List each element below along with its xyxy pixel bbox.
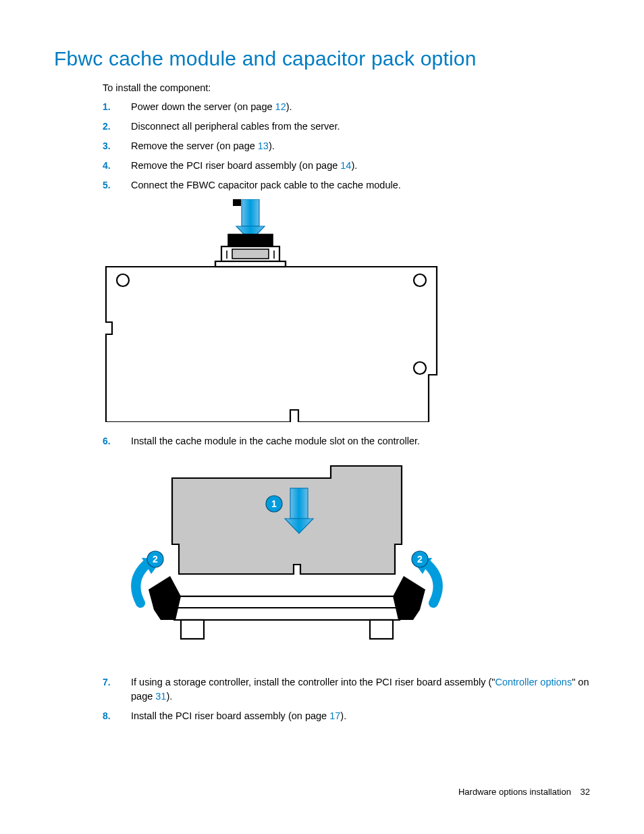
svg-rect-3 [228,234,273,246]
step-text: Remove the PCI riser board assembly (on … [131,160,340,171]
step-2: 2. Disconnect all peripheral cables from… [103,120,590,134]
step-8: 8. Install the PCI riser board assembly … [103,709,590,723]
page-link[interactable]: 12 [275,101,286,112]
step-number: 5. [103,178,111,192]
svg-point-9 [117,274,129,286]
svg-rect-21 [370,620,393,639]
svg-point-11 [414,362,426,374]
step-1: 1. Power down the server (on page 12). [103,100,590,114]
step-number: 1. [103,100,111,113]
footer-section: Hardware options installation [458,787,571,797]
intro-text: To install the component: [103,82,590,93]
diagram-cable-connect [103,199,440,422]
steps-list: 1. Power down the server (on page 12). 2… [103,100,590,192]
section-heading: Fbwc cache module and capacitor pack opt… [54,47,590,70]
step-number: 2. [103,120,111,133]
svg-rect-12 [290,488,308,519]
svg-point-10 [414,274,426,286]
page-footer: Hardware options installation 32 [458,787,590,797]
footer-page-number: 32 [581,787,590,797]
step-5: 5. Connect the FBWC capacitor pack cable… [103,178,590,192]
step-text-post: ). [286,101,292,112]
step-4: 4. Remove the PCI riser board assembly (… [103,159,590,173]
step-7: 7. If using a storage controller, instal… [103,675,590,704]
step-6: 6. Install the cache module in the cache… [103,434,590,448]
step-number: 8. [103,709,111,723]
step-text-post: ). [340,710,346,721]
step-text-post: ). [269,140,275,151]
page-link[interactable]: 13 [258,140,269,151]
step-3: 3. Remove the server (on page 13). [103,139,590,153]
svg-text:1: 1 [271,498,277,509]
diagram-install-module: 1 2 [128,458,446,660]
page-link[interactable]: 31 [155,691,166,702]
svg-text:2: 2 [417,554,423,565]
step-text: Install the PCI riser board assembly (on… [131,710,329,721]
step-text-post: ). [166,691,172,702]
svg-rect-8 [215,261,286,267]
svg-rect-2 [233,199,241,206]
steps-list-cont1: 6. Install the cache module in the cache… [103,434,590,448]
page-link[interactable]: 14 [340,160,351,171]
svg-rect-20 [181,620,204,639]
step-text-post: ). [351,160,357,171]
step-number: 3. [103,139,111,153]
step-text: Disconnect all peripheral cables from th… [131,121,340,132]
step-number: 6. [103,434,111,448]
page-link[interactable]: 17 [329,710,340,721]
step-text: Connect the FBWC capacitor pack cable to… [131,180,401,190]
step-text: If using a storage controller, install t… [131,677,495,687]
svg-rect-0 [242,199,259,226]
step-text: Power down the server (on page [131,101,275,112]
step-text: Install the cache module in the cache mo… [131,436,420,446]
steps-list-cont2: 7. If using a storage controller, instal… [103,675,590,723]
step-text: Remove the server (on page [131,140,258,151]
step-number: 7. [103,675,111,689]
xref-link[interactable]: Controller options [495,677,572,687]
svg-rect-5 [232,249,269,259]
svg-text:2: 2 [153,554,158,565]
step-number: 4. [103,159,111,172]
